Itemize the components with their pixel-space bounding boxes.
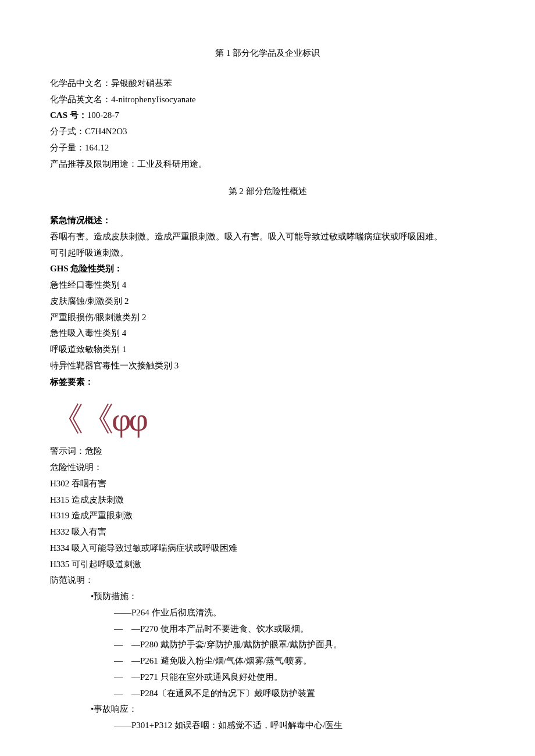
signal-word-label: 警示词： — [50, 446, 85, 456]
signal-word-value: 危险 — [85, 446, 102, 456]
ghs-item: 急性吸入毒性类别 4 — [50, 325, 485, 342]
hazard-statement: H302 吞咽有害 — [50, 476, 485, 492]
hazard-statements-header: 危险性说明： — [50, 460, 485, 476]
response-header: •事故响应： — [50, 701, 485, 718]
use-value: 工业及科研用途。 — [137, 159, 207, 169]
ghs-header: GHS 危险性类别： — [50, 261, 485, 277]
pictogram-icon: φφ — [112, 403, 146, 436]
ghs-item: 急性经口毒性类别 4 — [50, 277, 485, 293]
hazard-statement: H332 吸入有害 — [50, 524, 485, 540]
section2-title: 第 2 部分危险性概述 — [50, 184, 485, 200]
hazard-statement: H319 造成严重眼刺激 — [50, 508, 485, 524]
ghs-item: 特异性靶器官毒性一次接触类别 3 — [50, 358, 485, 374]
field-mw: 分子量：164.12 — [50, 140, 485, 156]
cn-name-value: 异银酸对硝基苯 — [111, 78, 172, 88]
response-item: ——P301+P312 如误吞咽：如感觉不适，呼叫解毒中心/医生 — [50, 718, 485, 734]
prevention-item: — —P280 戴防护手套/穿防护服/戴防护眼罩/戴防护面具。 — [50, 637, 485, 653]
field-en-name: 化学品英文名：4-nitrophenyIisocyanate — [50, 92, 485, 108]
ghs-pictograms: 《《 φφ — [50, 398, 485, 441]
prevention-item: — —P261 避免吸入粉尘/烟/气体/烟雾/蒸气/喷雾。 — [50, 653, 485, 669]
signal-word: 警示词：危险 — [50, 443, 485, 460]
pictogram-icon: 《《 — [50, 403, 110, 436]
cas-label: CAS 号： — [50, 110, 87, 120]
prevention-header: •预防措施： — [50, 589, 485, 605]
cn-name-label: 化学品中文名： — [50, 78, 111, 88]
precaution-header: 防范说明： — [50, 572, 485, 589]
prevention-item: — —P270 使用本产品时不要进食、饮水或吸烟。 — [50, 621, 485, 637]
emergency-header: 紧急情况概述： — [50, 213, 485, 229]
prevention-item: ——P264 作业后彻底清洗。 — [50, 605, 485, 621]
en-name-label: 化学品英文名： — [50, 95, 111, 104]
document-page: 第 1 部分化学品及企业标识 化学品中文名：异银酸对硝基苯 化学品英文名：4-n… — [0, 0, 535, 756]
section1-title: 第 1 部分化学品及企业标识 — [50, 45, 485, 62]
field-use: 产品推荐及限制用途：工业及科研用途。 — [50, 156, 485, 173]
field-cas: CAS 号：100-28-7 — [50, 108, 485, 124]
ghs-block: GHS 危险性类别： 急性经口毒性类别 4 皮肤腐蚀/刺激类别 2 严重眼损伤/… — [50, 261, 485, 374]
formula-value: C7H4N2O3 — [85, 127, 127, 136]
label-elements-header: 标签要素： — [50, 374, 485, 390]
cas-value: 100-28-7 — [87, 110, 119, 120]
prevention-item: — —P284〔在通风不足的情况下〕戴呼吸防护装置 — [50, 686, 485, 702]
field-formula: 分子式：C7H4N2O3 — [50, 124, 485, 140]
hazard-statement: H315 造成皮肤刺激 — [50, 492, 485, 508]
ghs-item: 皮肤腐蚀/刺激类别 2 — [50, 293, 485, 310]
prevention-item: — —P271 只能在室外或通风良好处使用。 — [50, 669, 485, 686]
field-cn-name: 化学品中文名：异银酸对硝基苯 — [50, 76, 485, 92]
emergency-line1: 吞咽有害。造成皮肤刺激。造成严重眼刺激。吸入有害。吸入可能导致过敏或哮喘病症状或… — [50, 229, 485, 245]
mw-label: 分子量： — [50, 143, 85, 152]
ghs-item: 严重眼损伤/眼刺激类别 2 — [50, 310, 485, 326]
use-label: 产品推荐及限制用途： — [50, 159, 137, 169]
section1-body: 化学品中文名：异银酸对硝基苯 化学品英文名：4-nitrophenyIisocy… — [50, 76, 485, 173]
hazard-statement: H334 吸入可能导致过敏或哮喘病症状或呼吸困难 — [50, 540, 485, 557]
mw-value: 164.12 — [85, 143, 109, 152]
ghs-item: 呼吸道致敏物类别 1 — [50, 342, 485, 358]
en-name-value: 4-nitrophenyIisocyanate — [111, 95, 196, 104]
emergency-line2: 可引起呼吸道刺激。 — [50, 245, 485, 261]
hazard-statement: H335 可引起呼吸道刺激 — [50, 557, 485, 573]
formula-label: 分子式： — [50, 127, 85, 136]
emergency-block: 紧急情况概述： 吞咽有害。造成皮肤刺激。造成严重眼刺激。吸入有害。吸入可能导致过… — [50, 213, 485, 261]
